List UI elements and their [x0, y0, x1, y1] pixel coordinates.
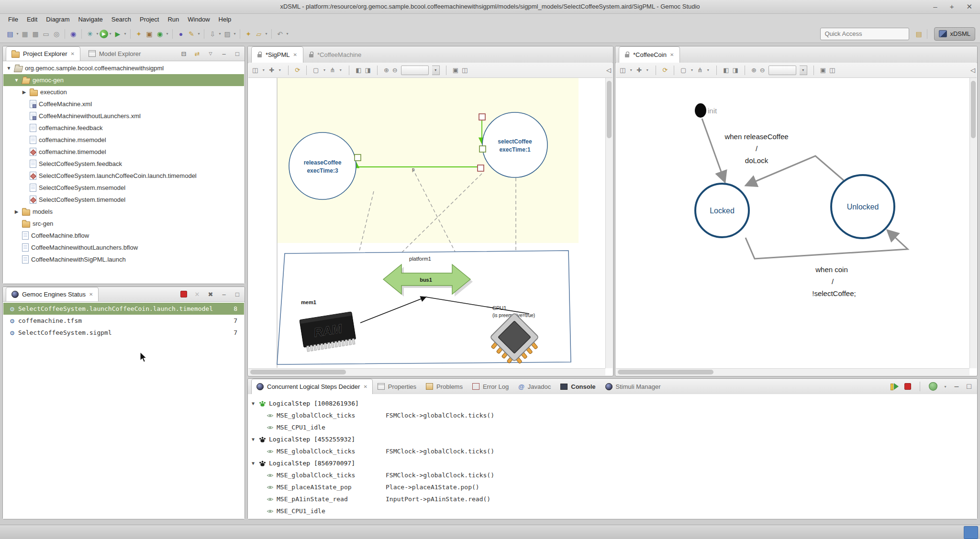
- mark-dropdown-icon[interactable]: ▾: [233, 32, 237, 36]
- expander-icon[interactable]: ▶: [21, 89, 27, 95]
- new-favorite-icon[interactable]: ✦: [134, 29, 144, 39]
- annotate-dropdown-icon[interactable]: ▾: [197, 32, 201, 36]
- dropdown-icon[interactable]: ▾: [706, 68, 710, 72]
- font-icon[interactable]: ▢: [313, 66, 319, 74]
- vertical-scrollbar[interactable]: [605, 78, 612, 368]
- expander-icon[interactable]: ▶: [13, 209, 20, 214]
- logical-step-group[interactable]: ▼ LogicalStep [455255932]: [248, 433, 977, 445]
- export-image-icon[interactable]: ▣: [453, 66, 458, 74]
- external-tools-icon[interactable]: ▶: [113, 29, 122, 39]
- annotate-icon[interactable]: ✎: [187, 29, 196, 39]
- align-right-icon[interactable]: ◨: [733, 66, 738, 74]
- tree-row[interactable]: src-gen: [3, 218, 244, 230]
- tree-row[interactable]: CoffeeMachine.bflow: [3, 230, 244, 242]
- tree-row[interactable]: coffemachine.feedback: [3, 122, 244, 134]
- output-port[interactable]: [355, 154, 361, 161]
- close-icon[interactable]: ✕: [70, 51, 74, 56]
- titlebar[interactable]: xDSML - platform:/resource/org.gemoc.sam…: [0, 0, 980, 14]
- tree-row[interactable]: CoffeeMachinewithSigPML.launch: [3, 253, 244, 265]
- transition-init-locked[interactable]: [702, 119, 725, 182]
- input-port[interactable]: [478, 165, 484, 171]
- open-perspective-icon[interactable]: ▤: [914, 29, 924, 39]
- pulldown-icon[interactable]: ⇩: [208, 29, 217, 39]
- open-element-icon[interactable]: ▱: [254, 29, 264, 39]
- tab-error-log[interactable]: Error Log: [468, 379, 513, 394]
- palette-collapse-icon[interactable]: ◁: [970, 66, 975, 74]
- mse-row[interactable]: MSE_globalClock_ticks FSMClock->globalCl…: [248, 445, 977, 457]
- zoom-level-combo[interactable]: [768, 66, 796, 75]
- tree-row[interactable]: SelectCoffeeSystem.launchCoffeeCoin.laun…: [3, 170, 244, 182]
- tree-row[interactable]: coffemachine.msemodel: [3, 134, 244, 146]
- select-tool-icon[interactable]: ◫: [620, 66, 625, 74]
- maximize-icon[interactable]: +: [950, 0, 954, 13]
- minimize-view-icon[interactable]: –: [221, 291, 227, 298]
- resume-icon[interactable]: [891, 383, 899, 390]
- dispose-all-engines-icon[interactable]: ✖: [207, 291, 214, 298]
- desktop-taskbar[interactable]: [0, 525, 980, 539]
- tree-row[interactable]: ▶execution: [3, 86, 244, 98]
- tab-model-explorer[interactable]: Model Explorer: [83, 46, 146, 61]
- logical-step-group[interactable]: ▼ LogicalStep [1008261936]: [248, 397, 977, 409]
- align-left-icon[interactable]: ◧: [356, 66, 361, 74]
- menu-navigate[interactable]: Navigate: [74, 15, 107, 24]
- tab-javadoc[interactable]: @ Javadoc: [513, 379, 556, 394]
- marquee-icon[interactable]: ✚: [269, 66, 274, 74]
- tree-row[interactable]: CoffeeMachinewithoutLaunchers.xml: [3, 110, 244, 122]
- decider-dropdown-icon[interactable]: ▾: [943, 385, 947, 389]
- select-tool-icon[interactable]: ◫: [252, 66, 258, 74]
- new-dropdown-icon[interactable]: ▾: [15, 32, 20, 36]
- layers-icon[interactable]: ◫: [462, 66, 468, 74]
- mse-row[interactable]: MSE_placeA1State_pop Place->placeA1State…: [248, 481, 977, 493]
- mse-row[interactable]: MSE_CPU1_idle: [248, 505, 977, 517]
- expander-icon[interactable]: ▼: [250, 437, 256, 442]
- decider-shield-icon[interactable]: [929, 382, 937, 391]
- tree-row[interactable]: ▶models: [3, 206, 244, 218]
- menu-edit[interactable]: Edit: [22, 15, 42, 24]
- tab-project-explorer[interactable]: Project Explorer ✕: [6, 46, 80, 61]
- actor-releasecoffee[interactable]: [289, 132, 356, 199]
- zoom-dropdown-icon[interactable]: ▾: [800, 66, 807, 75]
- tab-console[interactable]: Console: [556, 379, 600, 394]
- close-icon[interactable]: ✕: [966, 0, 972, 13]
- engine-row[interactable]: ⚙ SelectCoffeeSystem.sigpml 7: [3, 327, 244, 339]
- menu-help[interactable]: Help: [214, 15, 236, 24]
- expander-icon[interactable]: ▼: [6, 66, 12, 71]
- search-icon[interactable]: ◎: [52, 29, 61, 39]
- dispose-engine-icon[interactable]: ✕: [194, 291, 200, 298]
- minimize-view-icon[interactable]: –: [221, 50, 227, 57]
- maximize-view-icon[interactable]: □: [234, 291, 241, 298]
- output-port[interactable]: [479, 146, 486, 152]
- show-desktop-button[interactable]: [964, 526, 978, 539]
- zoom-out-icon[interactable]: ⊖: [392, 66, 398, 74]
- save-all-icon[interactable]: ▩: [31, 29, 40, 39]
- horizontal-scrollbar[interactable]: [616, 368, 969, 375]
- export-image-icon[interactable]: ▣: [820, 66, 826, 74]
- stop-icon[interactable]: [904, 383, 911, 390]
- menu-window[interactable]: Window: [183, 15, 214, 24]
- menu-run[interactable]: Run: [163, 15, 183, 24]
- new-package-icon[interactable]: ▣: [145, 29, 154, 39]
- font-icon[interactable]: ▢: [680, 66, 686, 74]
- perspective-button-xdsml[interactable]: xDSML: [934, 27, 975, 41]
- zoom-in-icon[interactable]: ⊕: [751, 66, 757, 74]
- align-right-icon[interactable]: ◨: [365, 66, 371, 74]
- new-class-icon[interactable]: ◉: [155, 29, 165, 39]
- mark-occurrences-icon[interactable]: ▨: [223, 29, 232, 39]
- transition-locked-unlocked[interactable]: [746, 230, 908, 259]
- new-class-dropdown-icon[interactable]: ▾: [165, 32, 169, 36]
- layers-icon[interactable]: ◫: [829, 66, 835, 74]
- tab-concurrent-logical-steps-decider[interactable]: Concurrent Logical Steps Decider ✕: [251, 379, 373, 394]
- palette-collapse-icon[interactable]: ◁: [606, 66, 611, 74]
- tree-row[interactable]: CoffeeMachinewithoutLaunchers.bflow: [3, 242, 244, 253]
- new-wizard-icon[interactable]: ▤: [5, 29, 15, 39]
- tree-row[interactable]: coffemachine.timemodel: [3, 146, 244, 158]
- maximize-view-icon[interactable]: □: [966, 382, 972, 391]
- mse-row[interactable]: MSE_globalClock_ticks FSMClock->globalCl…: [248, 469, 977, 481]
- route-style-icon[interactable]: ⋔: [697, 66, 702, 74]
- refresh-icon[interactable]: ⟳: [295, 66, 300, 74]
- initial-state[interactable]: [695, 103, 706, 118]
- mse-row[interactable]: MSE_pA1inState_read InputPort->pA1inStat…: [248, 493, 977, 505]
- zoom-in-icon[interactable]: ⊕: [384, 66, 389, 74]
- mse-row[interactable]: MSE_globalClock_ticks FSMClock->globalCl…: [248, 409, 977, 421]
- close-icon[interactable]: ✕: [89, 292, 93, 297]
